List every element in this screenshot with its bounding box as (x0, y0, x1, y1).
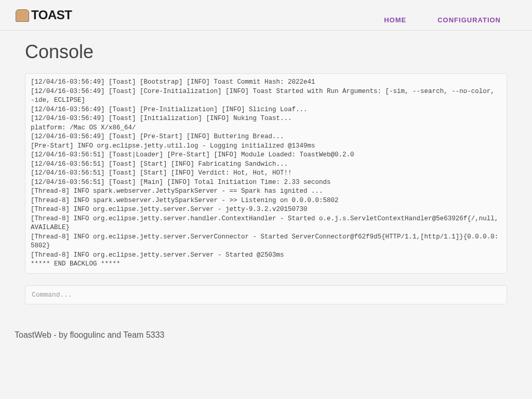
footer: ToastWeb - by floogulinc and Team 5333 (0, 315, 532, 355)
brand-text: TOAST (31, 8, 72, 22)
nav-home[interactable]: HOME (384, 16, 406, 24)
nav: HOME CONFIGURATION (384, 16, 516, 24)
header: TOAST HOME CONFIGURATION (0, 0, 532, 31)
main: Console [12/04/16-03:56:49] [Toast] [Boo… (0, 31, 532, 315)
console-output: [12/04/16-03:56:49] [Toast] [Bootstrap] … (25, 73, 507, 274)
page-title: Console (25, 41, 507, 63)
command-input[interactable] (25, 285, 507, 304)
footer-text: ToastWeb - by floogulinc and Team 5333 (15, 330, 164, 339)
nav-configuration[interactable]: CONFIGURATION (437, 16, 501, 24)
logo[interactable]: TOAST (16, 8, 72, 22)
toast-icon (16, 9, 28, 21)
